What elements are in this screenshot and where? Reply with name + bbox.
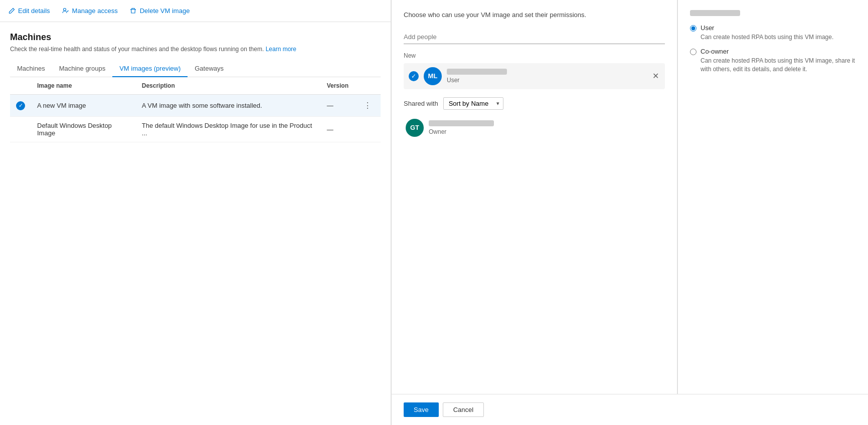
shared-with-label: Shared with xyxy=(404,100,438,107)
delete-icon xyxy=(130,8,137,15)
col-version: Version xyxy=(321,77,355,95)
user-role-description: Can create hosted RPA bots using this VM… xyxy=(701,33,833,42)
current-user-name-placeholder xyxy=(690,10,740,16)
remove-new-person-button[interactable]: ✕ xyxy=(651,71,660,81)
row-description: The default Windows Desktop Image for us… xyxy=(136,117,321,142)
sort-dropdown-wrapper: Sort by Name xyxy=(443,97,503,110)
delete-vm-image-button[interactable]: Delete VM image xyxy=(130,5,190,17)
sort-dropdown[interactable]: Sort by Name xyxy=(443,97,503,110)
right-container: Choose who can use your VM image and set… xyxy=(392,0,868,394)
page-description: Check the real-time health and status of… xyxy=(10,46,381,53)
owner-name xyxy=(429,120,494,126)
col-select xyxy=(10,77,31,95)
tab-gateways[interactable]: Gateways xyxy=(188,61,231,77)
user-role-option: User Can create hosted RPA bots using th… xyxy=(690,24,856,42)
row-description: A VM image with some software installed. xyxy=(136,95,321,117)
page-title: Machines xyxy=(10,32,381,43)
toolbar: Edit details Manage access Delete VM i xyxy=(0,0,391,22)
row-image-name: Default Windows Desktop Image xyxy=(31,117,136,142)
main-content: Machines Check the real-time health and … xyxy=(0,22,391,425)
left-panel: Edit details Manage access Delete VM i xyxy=(0,0,391,425)
row-select-cell xyxy=(10,95,31,117)
add-people-section xyxy=(404,30,665,44)
coowner-role-option: Co-owner Can create hosted RPA bots usin… xyxy=(690,48,856,74)
new-person-avatar: ML xyxy=(424,67,442,85)
new-person-name xyxy=(447,69,507,75)
new-person-info: User xyxy=(447,69,646,84)
svg-point-0 xyxy=(64,9,66,11)
coowner-role-details: Co-owner Can create hosted RPA bots usin… xyxy=(701,48,856,74)
row-version: — xyxy=(321,95,355,117)
row-more-cell: ⋮ xyxy=(355,95,381,117)
user-role-details: User Can create hosted RPA bots using th… xyxy=(701,24,833,42)
manage-access-panel: Choose who can use your VM image and set… xyxy=(391,0,868,425)
tab-machines[interactable]: Machines xyxy=(10,61,52,77)
learn-more-link[interactable]: Learn more xyxy=(266,46,296,53)
col-description: Description xyxy=(136,77,321,95)
row-more-button[interactable]: ⋮ xyxy=(361,100,375,111)
coowner-role-label[interactable]: Co-owner xyxy=(701,48,729,55)
coowner-role-radio[interactable] xyxy=(690,49,697,55)
panel-description: Choose who can use your VM image and set… xyxy=(404,10,665,20)
vm-images-table: Image name Description Version A new VM … xyxy=(10,77,381,142)
person-selected-check: ✓ xyxy=(409,71,419,81)
add-people-input[interactable] xyxy=(404,30,665,44)
user-role-radio[interactable] xyxy=(690,25,697,32)
coowner-role-description: Can create hosted RPA bots using this VM… xyxy=(701,57,856,74)
manage-access-icon xyxy=(62,8,69,15)
vm-images-table-container: Image name Description Version A new VM … xyxy=(10,77,381,425)
edit-details-button[interactable]: Edit details xyxy=(8,5,50,17)
tabs-bar: Machines Machine groups VM images (previ… xyxy=(10,61,381,77)
owner-label: Owner xyxy=(429,128,446,135)
new-person-row: ✓ ML User ✕ xyxy=(404,63,665,89)
save-button[interactable]: Save xyxy=(404,402,439,417)
col-actions xyxy=(355,77,381,95)
row-image-name: A new VM image xyxy=(31,95,136,117)
access-body: Choose who can use your VM image and set… xyxy=(392,0,677,394)
row-more-cell xyxy=(355,117,381,142)
edit-icon xyxy=(8,8,15,15)
row-select-cell xyxy=(10,117,31,142)
new-label: New xyxy=(404,52,665,59)
row-version: — xyxy=(321,117,355,142)
selected-checkbox xyxy=(16,101,25,110)
table-row[interactable]: Default Windows Desktop Image The defaul… xyxy=(10,117,381,142)
new-person-role: User xyxy=(447,77,459,84)
cancel-button[interactable]: Cancel xyxy=(443,402,484,417)
shared-with-header: Shared with Sort by Name xyxy=(404,97,665,110)
permissions-section: User Can create hosted RPA bots using th… xyxy=(677,0,868,394)
owner-avatar: GT xyxy=(406,119,424,137)
panel-footer: Save Cancel xyxy=(392,394,868,425)
manage-access-button[interactable]: Manage access xyxy=(62,5,118,17)
tab-machine-groups[interactable]: Machine groups xyxy=(52,61,113,77)
user-role-label[interactable]: User xyxy=(701,24,714,32)
tab-vm-images[interactable]: VM images (preview) xyxy=(112,61,188,77)
owner-row: GT Owner xyxy=(404,116,665,140)
col-image-name: Image name xyxy=(31,77,136,95)
owner-info: Owner xyxy=(429,120,663,135)
table-row[interactable]: A new VM image A VM image with some soft… xyxy=(10,95,381,117)
